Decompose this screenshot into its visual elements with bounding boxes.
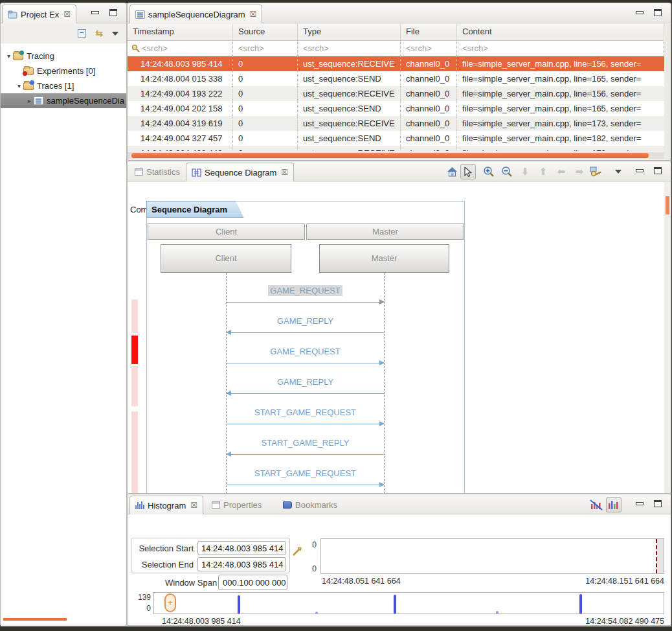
- column-header-file[interactable]: File: [401, 24, 457, 40]
- select-tool-icon[interactable]: [460, 164, 476, 179]
- tab-project-explorer[interactable]: Project Ex ☒: [2, 5, 76, 23]
- view-menu-icon[interactable]: [112, 32, 118, 36]
- message-arrow[interactable]: [227, 363, 384, 363]
- selection-start-input[interactable]: 14:24:48.003 985 414: [197, 541, 286, 555]
- scrollbar-annotation-marker: [666, 196, 669, 214]
- zoom-out-icon[interactable]: [499, 164, 515, 179]
- lifeline-box-master[interactable]: Master: [319, 244, 449, 273]
- tree-item-label: Traces [1]: [37, 81, 74, 91]
- column-header-source[interactable]: Source: [233, 24, 298, 40]
- column-header-type[interactable]: Type: [298, 24, 401, 40]
- lifeline-header-master[interactable]: Master: [306, 224, 464, 240]
- selection-end-input[interactable]: 14:24:48.003 985 414: [197, 557, 286, 571]
- table-row[interactable]: 14:24:49.004 193 2220ust_sequence:RECEIV…: [128, 86, 664, 101]
- events-horizontal-scrollbar[interactable]: [128, 152, 664, 159]
- minimize-icon[interactable]: [91, 11, 99, 14]
- lifeline-box-client[interactable]: Client: [161, 244, 291, 273]
- histogram-spike: [238, 595, 240, 614]
- tab-sequence-diagram[interactable]: Sequence Diagram ☒: [186, 163, 294, 181]
- close-icon[interactable]: ☒: [281, 168, 288, 177]
- table-row[interactable]: 14:24:48.004 015 3380ust_sequence:SENDch…: [128, 71, 664, 86]
- tab-events-table[interactable]: sampleSequenceDiagram ☒: [129, 5, 262, 23]
- selection-marker[interactable]: +: [164, 593, 176, 612]
- close-icon[interactable]: ☒: [190, 501, 197, 510]
- filter-cell-content[interactable]: <srch>: [457, 41, 664, 56]
- minimize-icon[interactable]: [636, 502, 644, 505]
- tree-item-samplesequencedia[interactable]: ▸sampleSequenceDia: [1, 93, 126, 108]
- full-histogram-canvas[interactable]: +: [153, 592, 664, 614]
- maximize-icon[interactable]: [654, 500, 662, 507]
- maximize-icon[interactable]: [109, 9, 117, 16]
- zoom-histogram-canvas[interactable]: [320, 538, 664, 574]
- zoom-in-icon[interactable]: [481, 164, 497, 179]
- maximize-icon[interactable]: [654, 167, 662, 174]
- table-cell: file=simple_server_main.cpp, line=165, s…: [457, 101, 664, 116]
- table-row[interactable]: 14:24:49.004 319 6190ust_sequence:RECEIV…: [128, 116, 664, 131]
- hide-lost-events-icon[interactable]: [588, 497, 604, 512]
- message-arrow[interactable]: [227, 485, 384, 485]
- table-cell: file=simple_server_main.cpp, line=156, s…: [457, 86, 664, 101]
- full-histogram-time-left: 14:24:48.003 985 414: [162, 617, 241, 625]
- link-with-editor-icon[interactable]: ⇆: [95, 28, 103, 38]
- arrowhead-icon: [226, 330, 231, 335]
- lifeline-header-client[interactable]: Client: [148, 224, 305, 240]
- events-editor: sampleSequenceDiagram ☒ Timestamp Source…: [128, 3, 671, 160]
- events-vertical-scrollbar[interactable]: [664, 24, 671, 160]
- message-label[interactable]: START_GAME_REQUEST: [227, 407, 384, 417]
- message-arrow[interactable]: [227, 454, 384, 455]
- message-arrow[interactable]: [227, 424, 384, 424]
- maximize-icon[interactable]: [654, 9, 662, 16]
- table-row[interactable]: 14:24:49.004 202 1580ust_sequence:SENDch…: [128, 101, 664, 116]
- scrollbar-thumb[interactable]: [131, 153, 649, 158]
- filter-settings-icon[interactable]: [588, 164, 604, 179]
- project-explorer-view: Project Ex ☒ ⇆ ▾TracingExperiments [0]▾T…: [1, 3, 126, 626]
- table-cell: 14:24:48.004 015 338: [128, 71, 233, 86]
- column-header-content[interactable]: Content: [457, 24, 664, 40]
- reset-zoom-home-icon[interactable]: [444, 164, 460, 179]
- collapse-arrow-icon[interactable]: ▾: [15, 82, 23, 89]
- table-cell: ust_sequence:RECEIVE: [298, 146, 401, 151]
- table-row[interactable]: 14:24:48.003 985 4140ust_sequence:RECEIV…: [128, 56, 664, 71]
- tab-label: Project Ex: [21, 10, 59, 19]
- filter-cell-source[interactable]: <srch>: [233, 41, 298, 56]
- sequence-vertical-scrollbar[interactable]: [664, 182, 671, 493]
- message-label[interactable]: GAME_REQUEST: [227, 347, 384, 356]
- expand-arrow-icon[interactable]: ▸: [25, 97, 34, 104]
- collapse-arrow-icon[interactable]: ▾: [5, 52, 13, 60]
- close-icon[interactable]: ☒: [250, 10, 257, 19]
- table-row[interactable]: 14:24:49.004 327 4570ust_sequence:SENDch…: [128, 131, 664, 146]
- message-label[interactable]: GAME_REQUEST: [227, 286, 384, 295]
- minimize-icon[interactable]: [636, 169, 644, 172]
- message-label[interactable]: GAME_REPLY: [227, 377, 384, 387]
- filter-cell-type[interactable]: <srch>: [298, 41, 401, 56]
- tree-item-tracing[interactable]: ▾Tracing: [1, 49, 126, 63]
- window-span-input[interactable]: 000.100 000 000: [218, 575, 287, 590]
- message-arrow[interactable]: [227, 393, 384, 394]
- zoom-histogram-min: 0: [295, 564, 317, 573]
- tab-bookmarks[interactable]: Bookmarks: [278, 496, 342, 514]
- project-explorer-icon: [8, 10, 17, 19]
- trace-coloring-icon[interactable]: [606, 497, 622, 512]
- collapse-all-icon[interactable]: [78, 29, 86, 38]
- close-icon[interactable]: ☒: [63, 10, 71, 19]
- message-arrow[interactable]: [227, 302, 384, 303]
- tab-properties[interactable]: Properties: [207, 496, 267, 514]
- tree-item-experiments-0-[interactable]: Experiments [0]: [1, 63, 126, 78]
- folder-traces-icon: [23, 82, 34, 90]
- table-row[interactable]: 14:24:49.004 408 4480ust_sequence:RECEIV…: [128, 146, 664, 151]
- view-menu-icon[interactable]: [615, 170, 622, 174]
- message-label[interactable]: START_GAME_REPLY: [227, 438, 384, 448]
- tree-item-traces-1-[interactable]: ▾Traces [1]: [1, 78, 126, 93]
- minimize-icon[interactable]: [636, 11, 644, 14]
- filter-cell-timestamp[interactable]: <srch>: [128, 41, 233, 56]
- histogram-spike: [394, 595, 396, 614]
- tab-histogram[interactable]: Histogram ☒: [129, 496, 203, 514]
- message-label[interactable]: START_GAME_REQUEST: [227, 468, 384, 478]
- column-header-timestamp[interactable]: Timestamp: [128, 24, 233, 40]
- filter-cell-file[interactable]: <srch>: [401, 41, 457, 56]
- message-label[interactable]: GAME_REPLY: [227, 316, 384, 326]
- arrow-up-icon: ⬆: [535, 164, 551, 179]
- message-arrow[interactable]: [227, 332, 384, 333]
- table-cell: channel0_0: [401, 71, 457, 86]
- project-explorer-tabbar: Project Ex ☒: [1, 3, 126, 23]
